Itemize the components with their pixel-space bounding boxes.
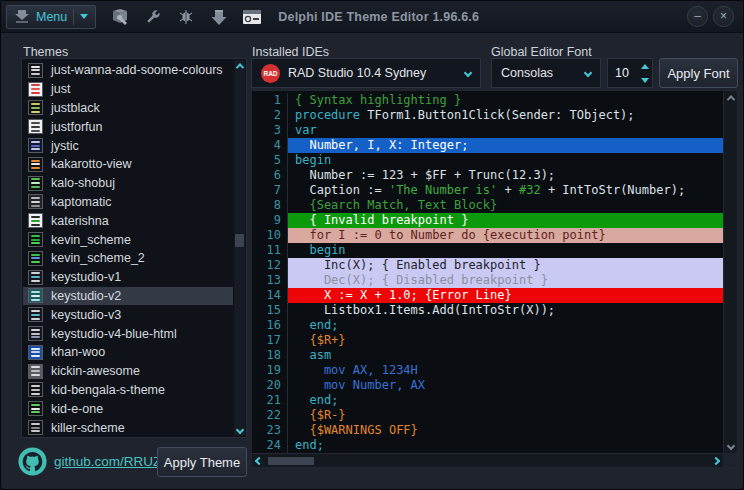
theme-preview-icon <box>28 232 43 247</box>
download-icon[interactable] <box>209 7 229 27</box>
titlebar[interactable]: Menu <box>1 1 743 33</box>
theme-item[interactable]: kakarotto-view <box>23 155 233 174</box>
theme-item[interactable]: khan-woo <box>23 343 233 362</box>
code-text: {$R+} <box>288 333 723 348</box>
font-size-stepper[interactable]: 10 <box>607 58 653 88</box>
line-number: 17 <box>252 333 288 348</box>
theme-item[interactable]: kalo-shobuj <box>23 174 233 193</box>
scroll-up-icon[interactable] <box>234 60 245 72</box>
github-link[interactable]: github.com/RRUZ <box>54 454 161 469</box>
theme-item[interactable]: just <box>23 80 233 99</box>
github-icon[interactable] <box>18 447 47 476</box>
theme-item[interactable]: kid-bengala-s-theme <box>23 381 233 400</box>
theme-item-label: kalo-shobuj <box>51 176 115 190</box>
theme-item[interactable]: jystic <box>23 136 233 155</box>
scroll-up-icon[interactable] <box>726 95 734 103</box>
bug-icon[interactable] <box>176 7 196 27</box>
console-window-icon[interactable] <box>242 7 262 27</box>
theme-item[interactable]: keystudio-v3 <box>23 305 233 324</box>
code-area[interactable]: 1{ Syntax highlighting }2procedure TForm… <box>252 91 723 453</box>
theme-preview-icon <box>28 157 43 172</box>
theme-preview-icon <box>28 63 43 78</box>
theme-item[interactable]: keystudio-v4-blue-html <box>23 324 233 343</box>
code-line: 6 Number := 123 + $FF + Trunc(12.3); <box>252 168 723 183</box>
theme-item[interactable]: killer-scheme <box>23 418 233 437</box>
font-size-value[interactable]: 10 <box>608 59 637 87</box>
code-line: 17 {$R+} <box>252 333 723 348</box>
code-text: {Search Match, Text Block} <box>288 198 723 213</box>
code-line: 1{ Syntax highlighting } <box>252 93 723 108</box>
theme-preview-icon <box>28 82 43 97</box>
theme-preview-icon <box>28 270 43 285</box>
code-line: 20 mov Number, AX <box>252 378 723 393</box>
chevron-down-icon <box>584 69 592 77</box>
scroll-left-icon[interactable] <box>252 458 266 464</box>
code-text: procedure TForm1.Button1Click(Sender: TO… <box>288 108 723 123</box>
code-text: Number, I, X: Integer; <box>288 138 723 153</box>
line-number: 10 <box>252 228 288 243</box>
code-line: 23 {$WARNINGS OFF} <box>252 423 723 438</box>
editor-vertical-scrollbar[interactable] <box>723 91 737 453</box>
theme-item-label: kickin-awesome <box>51 364 140 378</box>
spin-up-button[interactable] <box>637 59 652 73</box>
installed-ides-select[interactable]: RAD RAD Studio 10.4 Sydney <box>251 58 481 88</box>
code-line: 21 end; <box>252 393 723 408</box>
app-window: Menu <box>0 0 744 490</box>
theme-preview-icon <box>28 307 43 322</box>
line-number: 20 <box>252 378 288 393</box>
theme-item[interactable]: kaptomatic <box>23 193 233 212</box>
theme-item[interactable]: katerishna <box>23 211 233 230</box>
code-text: var <box>288 123 723 138</box>
theme-item-label: khan-woo <box>51 345 105 359</box>
code-text: for I := 0 to Number do {execution point… <box>288 228 723 243</box>
editor-hscroll-thumb[interactable] <box>268 457 314 465</box>
menu-button-divider <box>73 9 74 25</box>
code-text: end; <box>288 393 723 408</box>
font-select[interactable]: Consolas <box>491 58 601 88</box>
scroll-down-icon[interactable] <box>234 424 245 436</box>
line-number: 22 <box>252 408 288 423</box>
themes-list[interactable]: just-wanna-add-soome-coloursjustjustblac… <box>21 58 247 438</box>
themes-scrollbar-track[interactable] <box>234 72 245 424</box>
close-button[interactable]: × <box>713 6 734 27</box>
theme-item[interactable]: keystudio-v1 <box>23 268 233 287</box>
theme-item[interactable]: keystudio-v2 <box>23 287 233 306</box>
theme-item[interactable]: just-wanna-add-soome-colours <box>23 61 233 80</box>
themes-scrollbar[interactable] <box>234 60 245 436</box>
rad-studio-icon: RAD <box>261 64 280 83</box>
code-text: end; <box>288 438 723 453</box>
minimize-button[interactable]: – <box>687 6 708 27</box>
menu-button[interactable]: Menu <box>6 5 96 29</box>
theme-item[interactable]: kickin-awesome <box>23 362 233 381</box>
code-text: mov Number, AX <box>288 378 723 393</box>
theme-item[interactable]: kevin_scheme_2 <box>23 249 233 268</box>
theme-item-label: killer-scheme <box>51 421 125 435</box>
theme-item[interactable]: kevin_scheme <box>23 230 233 249</box>
wrench-icon[interactable] <box>143 7 163 27</box>
apply-theme-button[interactable]: Apply Theme <box>157 447 247 477</box>
code-text: Number := 123 + $FF + Trunc(12.3); <box>288 168 723 183</box>
code-line: 22 {$R-} <box>252 408 723 423</box>
code-line: 14 X := X + 1.0; {Error Line} <box>252 288 723 303</box>
theme-preview-icon <box>28 420 43 435</box>
theme-item-label: justforfun <box>51 120 102 134</box>
install-package-icon[interactable] <box>110 7 130 27</box>
toolbar <box>110 7 262 27</box>
code-editor[interactable]: 1{ Syntax highlighting }2procedure TForm… <box>251 90 738 468</box>
themes-scrollbar-thumb[interactable] <box>235 234 244 247</box>
theme-item[interactable]: justblack <box>23 99 233 118</box>
chevron-down-icon <box>464 69 472 77</box>
editor-horizontal-scrollbar[interactable] <box>252 453 723 467</box>
code-text: {$R-} <box>288 408 723 423</box>
theme-item[interactable]: kid-e-one <box>23 399 233 418</box>
apply-font-button[interactable]: Apply Font <box>659 58 738 88</box>
theme-item[interactable]: justforfun <box>23 117 233 136</box>
line-number: 21 <box>252 393 288 408</box>
code-text: Listbox1.Items.Add(IntToStr(X)); <box>288 303 723 318</box>
spin-down-button[interactable] <box>637 73 652 87</box>
scroll-right-icon[interactable] <box>709 458 723 464</box>
scroll-down-icon[interactable] <box>726 442 734 450</box>
code-text: begin <box>288 153 723 168</box>
menu-dropdown-caret[interactable] <box>80 14 88 19</box>
themes-panel-label: Themes <box>23 45 68 59</box>
